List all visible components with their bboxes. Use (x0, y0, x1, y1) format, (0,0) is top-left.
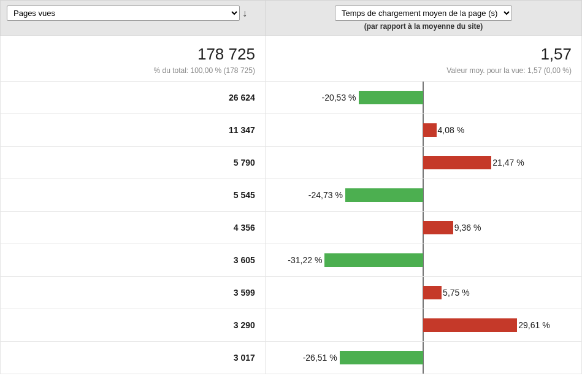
bar-positive (423, 123, 436, 137)
bar-container: -26,51 % (266, 342, 581, 374)
comparison-bar-cell: -20,53 % (265, 82, 581, 114)
bar-label: -20,53 % (321, 93, 356, 102)
comparison-bar-cell: 9,36 % (265, 212, 581, 244)
comparison-bar-cell: -31,22 % (265, 244, 581, 277)
header-right-cell: Temps de chargement moyen de la page (s)… (265, 1, 581, 36)
table-row: 3 017-26,51 % (1, 342, 582, 374)
metric-select-pageviews[interactable]: Pages vues (7, 6, 240, 21)
table-row: 3 5995,75 % (1, 277, 582, 309)
bar-positive (423, 156, 491, 169)
right-metric-select-wrap: Temps de chargement moyen de la page (s)… (272, 6, 575, 31)
pageviews-cell: 4 356 (1, 212, 266, 244)
bar-label: 4,08 % (438, 125, 465, 135)
table-row: 3 29029,61 % (1, 309, 582, 342)
table-row: 3 605-31,22 % (1, 244, 582, 277)
bar-negative (359, 91, 424, 104)
sort-descending-icon[interactable]: ↓ (242, 9, 247, 18)
comparison-bar-cell: 4,08 % (265, 114, 581, 147)
bar-positive (423, 221, 453, 234)
summary-loadtime-value: 1,57 (275, 45, 572, 64)
comparison-bar-cell: -26,51 % (265, 342, 581, 374)
header-left-cell: Pages vues ↓ (1, 1, 266, 36)
summary-loadtime-sub: Valeur moy. pour la vue: 1,57 (0,00 %) (275, 66, 572, 75)
summary-right-cell: 1,57 Valeur moy. pour la vue: 1,57 (0,00… (265, 36, 581, 82)
metric-select-loadtime[interactable]: Temps de chargement moyen de la page (s) (335, 6, 512, 21)
bar-negative (345, 188, 424, 202)
table-row: 5 545-24,73 % (1, 179, 582, 212)
pageviews-cell: 26 624 (1, 82, 266, 114)
bar-label: -24,73 % (308, 190, 343, 200)
summary-left-cell: 178 725 % du total: 100,00 % (178 725) (1, 36, 266, 82)
bar-container: 21,47 % (266, 147, 581, 179)
table-row: 4 3569,36 % (1, 212, 582, 244)
comparison-bar-cell: -24,73 % (265, 179, 581, 212)
comparison-table: Pages vues ↓ Temps de chargement moyen d… (0, 0, 582, 374)
comparison-bar-cell: 29,61 % (265, 309, 581, 342)
summary-pageviews-value: 178 725 (10, 45, 255, 64)
bar-container: 9,36 % (266, 212, 581, 244)
table-row: 5 79021,47 % (1, 147, 582, 179)
table-header-row: Pages vues ↓ Temps de chargement moyen d… (1, 1, 582, 36)
bar-label: 29,61 % (518, 320, 549, 330)
pageviews-cell: 11 347 (1, 114, 266, 147)
bar-container: -31,22 % (266, 244, 581, 276)
comparison-bar-cell: 21,47 % (265, 147, 581, 179)
summary-row: 178 725 % du total: 100,00 % (178 725) 1… (1, 36, 582, 82)
bar-container: -24,73 % (266, 179, 581, 211)
pageviews-cell: 3 605 (1, 244, 266, 277)
pageviews-cell: 5 545 (1, 179, 266, 212)
bar-container: 5,75 % (266, 277, 581, 309)
pageviews-cell: 3 290 (1, 309, 266, 342)
pageviews-cell: 3 599 (1, 277, 266, 309)
bar-negative (340, 351, 424, 364)
comparison-bar-cell: 5,75 % (265, 277, 581, 309)
bar-container: 4,08 % (266, 114, 581, 146)
table-row: 26 624-20,53 % (1, 82, 582, 114)
bar-label: 9,36 % (454, 223, 481, 233)
bar-label: 5,75 % (443, 288, 470, 298)
bar-negative (324, 253, 423, 267)
table-row: 11 3474,08 % (1, 114, 582, 147)
summary-pageviews-sub: % du total: 100,00 % (178 725) (10, 66, 255, 75)
bar-container: 29,61 % (266, 309, 581, 341)
bar-container: -20,53 % (266, 82, 581, 113)
left-metric-select-wrap: Pages vues ↓ (7, 6, 259, 21)
bar-label: -31,22 % (288, 255, 322, 265)
header-subtitle: (par rapport à la moyenne du site) (272, 22, 575, 31)
bar-positive (423, 318, 517, 332)
bar-label: 21,47 % (492, 158, 524, 167)
bar-positive (423, 286, 442, 299)
pageviews-cell: 3 017 (1, 342, 266, 374)
pageviews-cell: 5 790 (1, 147, 266, 179)
bar-label: -26,51 % (303, 353, 337, 363)
